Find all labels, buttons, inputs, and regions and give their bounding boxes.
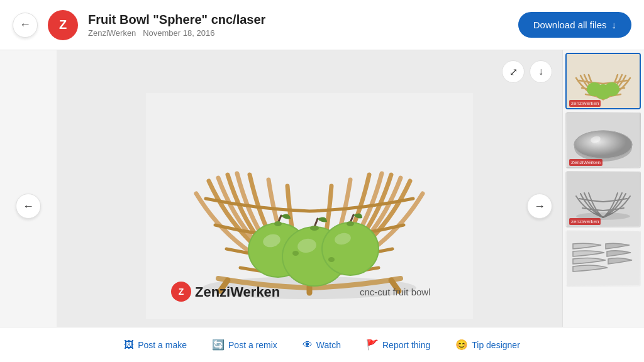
- main-content: ← ⤢ ↓: [0, 50, 644, 362]
- report-icon: 🚩: [366, 339, 379, 351]
- author-name: ZenziWerken: [88, 28, 136, 38]
- post-make-icon: 🖼: [124, 339, 134, 351]
- page-title: Fruit Bowl "Sphere" cnc/laser: [88, 13, 508, 27]
- watch-icon: 👁: [303, 339, 313, 351]
- tip-link[interactable]: 😊 Tip designer: [455, 339, 520, 351]
- image-viewer: ⤢ ↓: [57, 50, 562, 362]
- tip-label: Tip designer: [472, 340, 520, 350]
- title-area: Fruit Bowl "Sphere" cnc/laser ZenziWerke…: [88, 13, 508, 38]
- post-make-link[interactable]: 🖼 Post a make: [124, 339, 187, 351]
- back-icon: ←: [19, 18, 31, 31]
- main-image: Z ZenziWerken cnc-cut fruit bowl: [57, 50, 562, 362]
- next-image-button[interactable]: →: [527, 194, 552, 219]
- download-icon: ↓: [538, 66, 543, 77]
- svg-point-20: [292, 251, 299, 256]
- tip-icon: 😊: [455, 339, 468, 351]
- expand-icon: ⤢: [509, 66, 518, 78]
- bowl-illustration: Z ZenziWerken cnc-cut fruit bowl: [146, 93, 473, 319]
- header: ← Z Fruit Bowl "Sphere" cnc/laser ZenziW…: [0, 0, 644, 50]
- prev-icon: ←: [23, 200, 34, 213]
- thumb-2-label: ZenziWerken: [569, 159, 602, 166]
- thumbnails-sidebar: zenziwerken Z: [562, 50, 644, 362]
- right-nav: →: [527, 194, 552, 219]
- svg-text:ZenziWerken: ZenziWerken: [195, 284, 280, 300]
- svg-point-14: [310, 226, 319, 231]
- svg-text:Z: Z: [179, 287, 184, 297]
- report-link[interactable]: 🚩 Report thing: [366, 339, 430, 351]
- svg-point-19: [347, 221, 354, 226]
- post-remix-link[interactable]: 🔄 Post a remix: [212, 339, 277, 351]
- watch-label: Watch: [316, 340, 341, 350]
- site-logo: Z: [48, 10, 78, 40]
- post-make-label: Post a make: [138, 340, 187, 350]
- meta-info: ZenziWerken November 18, 2016: [88, 28, 508, 38]
- svg-text:cnc-cut fruit bowl: cnc-cut fruit bowl: [360, 287, 431, 297]
- action-bar: 🖼 Post a make 🔄 Post a remix 👁 Watch 🚩 R…: [0, 327, 644, 362]
- left-nav-area: ←: [0, 50, 57, 362]
- svg-point-16: [323, 223, 378, 275]
- report-label: Report thing: [382, 340, 430, 350]
- post-remix-icon: 🔄: [212, 339, 225, 351]
- thumbnail-3[interactable]: zenziwerken: [565, 171, 641, 228]
- download-all-button[interactable]: Download all files ↓: [518, 12, 631, 38]
- thumbnail-4[interactable]: [565, 230, 641, 287]
- back-button[interactable]: ←: [13, 13, 38, 38]
- post-remix-label: Post a remix: [228, 340, 277, 350]
- publish-date: November 18, 2016: [143, 28, 214, 38]
- next-icon: →: [534, 200, 545, 213]
- prev-image-button[interactable]: ←: [16, 194, 41, 219]
- thumb-1-label: zenziwerken: [569, 100, 601, 107]
- thumb-3-label: zenziwerken: [569, 218, 601, 225]
- thumbnail-1[interactable]: zenziwerken: [565, 53, 641, 109]
- download-arrow-icon: ↓: [612, 19, 617, 30]
- image-download-button[interactable]: ↓: [530, 60, 552, 83]
- svg-point-29: [604, 82, 619, 96]
- expand-button[interactable]: ⤢: [502, 60, 525, 83]
- thumbnail-2[interactable]: ZenziWerken: [565, 112, 641, 168]
- viewer-controls: ⤢ ↓: [502, 60, 552, 83]
- download-button-label: Download all files: [533, 19, 607, 30]
- svg-point-21: [328, 257, 335, 262]
- svg-point-9: [274, 221, 282, 226]
- watch-link[interactable]: 👁 Watch: [303, 339, 341, 351]
